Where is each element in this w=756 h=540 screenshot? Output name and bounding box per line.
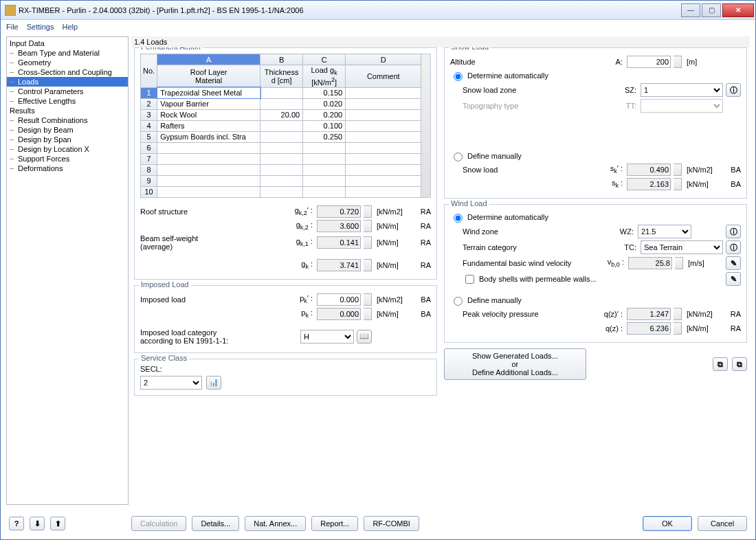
info-icon[interactable]: ⓘ — [726, 240, 741, 254]
row-number[interactable]: 10 — [141, 186, 157, 197]
row-number[interactable]: 7 — [141, 153, 157, 164]
cell-thickness[interactable] — [260, 153, 303, 164]
radio-wind-auto[interactable] — [454, 214, 463, 223]
cell-thickness[interactable] — [260, 87, 303, 98]
cell-load[interactable] — [303, 164, 346, 175]
row-number[interactable]: 5 — [141, 131, 157, 142]
cell-thickness[interactable] — [260, 175, 303, 186]
select-terrain[interactable]: Sea Terrain — [641, 240, 723, 254]
nav-design-beam[interactable]: Design by Beam — [7, 125, 128, 135]
cell-comment[interactable] — [346, 175, 421, 186]
cell-load[interactable]: 0.020 — [303, 98, 346, 109]
cell-load[interactable]: 0.200 — [303, 109, 346, 120]
cell-thickness[interactable] — [260, 164, 303, 175]
cell-thickness[interactable]: 20.00 — [260, 109, 303, 120]
cell-load[interactable] — [303, 186, 346, 197]
table-row[interactable]: 10 — [141, 186, 421, 197]
col-b[interactable]: B — [260, 54, 303, 65]
input-pkp[interactable] — [317, 293, 361, 306]
spinner[interactable] — [364, 293, 372, 306]
cell-comment[interactable] — [346, 120, 421, 131]
export-icon[interactable]: ⬆ — [50, 517, 65, 530]
nav-control-params[interactable]: Control Parameters — [7, 87, 128, 96]
cell-material[interactable]: Gypsum Boards incl. Stra — [157, 131, 260, 142]
generated-loads-button[interactable]: Show Generated Loads... or Define Additi… — [444, 348, 586, 380]
cell-load[interactable] — [303, 153, 346, 164]
table-scrollbar[interactable] — [421, 54, 431, 198]
cell-comment[interactable] — [346, 164, 421, 175]
cell-material[interactable] — [157, 175, 260, 186]
cell-comment[interactable] — [346, 87, 421, 98]
report-button[interactable]: Report... — [311, 516, 358, 531]
col-c[interactable]: C — [303, 54, 346, 65]
cell-load[interactable] — [303, 175, 346, 186]
cell-material[interactable] — [157, 164, 260, 175]
cell-load[interactable] — [303, 142, 346, 153]
select-wind-zone[interactable]: 21.5 — [638, 225, 691, 238]
menu-file[interactable]: File — [6, 23, 19, 31]
import-icon[interactable]: ⬇ — [30, 517, 45, 530]
nav-cross-section[interactable]: Cross-Section and Coupling — [7, 67, 128, 77]
info-icon[interactable]: ⓘ — [726, 83, 741, 97]
cell-thickness[interactable] — [260, 142, 303, 153]
row-number[interactable]: 2 — [141, 98, 157, 109]
table-row[interactable]: 8 — [141, 164, 421, 175]
select-imposed-category[interactable]: H — [300, 330, 354, 344]
nav-loads[interactable]: Loads — [7, 77, 128, 87]
menu-settings[interactable]: Settings — [27, 23, 54, 31]
table-row[interactable]: 3Rock Wool20.000.200 — [141, 109, 421, 120]
table-row[interactable]: 9 — [141, 175, 421, 186]
cell-comment[interactable] — [346, 131, 421, 142]
nav-beam-type[interactable]: Beam Type and Material — [7, 48, 128, 58]
select-snow-zone[interactable]: 1 — [641, 83, 723, 97]
table-row[interactable]: 6 — [141, 142, 421, 153]
map-icon[interactable]: 📊 — [206, 376, 221, 390]
close-button[interactable]: ✕ — [722, 3, 754, 17]
cell-thickness[interactable] — [260, 120, 303, 131]
radio-snow-auto[interactable] — [454, 72, 463, 81]
input-altitude[interactable] — [627, 56, 671, 68]
radio-wind-manual[interactable] — [454, 297, 463, 306]
row-number[interactable]: 4 — [141, 120, 157, 131]
col-d[interactable]: D — [346, 54, 421, 65]
cell-comment[interactable] — [346, 186, 421, 197]
info-icon[interactable]: ⓘ — [726, 225, 741, 238]
help-icon[interactable]: ? — [9, 517, 24, 530]
select-service-class[interactable]: 2 — [140, 376, 202, 390]
table-row[interactable]: 5Gypsum Boards incl. Stra0.250 — [141, 131, 421, 142]
book-icon[interactable]: 📖 — [357, 330, 372, 344]
copy-icon-2[interactable]: ⧉ — [732, 357, 747, 371]
cell-comment[interactable] — [346, 142, 421, 153]
table-row[interactable]: 4Rafters0.100 — [141, 120, 421, 131]
row-number[interactable]: 9 — [141, 175, 157, 186]
cell-material[interactable]: Vapour Barrier — [157, 98, 260, 109]
col-a[interactable]: A — [157, 54, 260, 65]
roof-layer-table[interactable]: No. A B C D Roof LayerMaterial Thickness… — [140, 54, 421, 198]
row-number[interactable]: 3 — [141, 109, 157, 120]
cell-load[interactable]: 0.250 — [303, 131, 346, 142]
table-row[interactable]: 1Trapezoidal Sheet Metal0.150 — [141, 87, 421, 98]
copy-icon[interactable]: ⧉ — [713, 357, 728, 371]
ok-button[interactable]: OK — [643, 516, 692, 531]
edit-icon[interactable]: ✎ — [726, 272, 741, 286]
minimize-button[interactable]: — — [681, 3, 700, 17]
nav-design-span[interactable]: Design by Span — [7, 135, 128, 144]
row-number[interactable]: 1 — [141, 87, 157, 98]
cell-thickness[interactable] — [260, 186, 303, 197]
edit-icon[interactable]: ✎ — [726, 256, 741, 270]
cell-material[interactable]: Trapezoidal Sheet Metal — [157, 87, 260, 98]
details-button[interactable]: Details... — [192, 516, 239, 531]
cell-load[interactable]: 0.100 — [303, 120, 346, 131]
rf-combi-button[interactable]: RF-COMBI — [364, 516, 419, 531]
cell-material[interactable] — [157, 153, 260, 164]
cell-material[interactable]: Rafters — [157, 120, 260, 131]
table-row[interactable]: 7 — [141, 153, 421, 164]
row-number[interactable]: 6 — [141, 142, 157, 153]
nav-deformations[interactable]: Deformations — [7, 164, 128, 173]
cell-material[interactable] — [157, 186, 260, 197]
menu-help[interactable]: Help — [62, 23, 78, 31]
row-number[interactable]: 8 — [141, 164, 157, 175]
nav-eff-lengths[interactable]: Effective Lengths — [7, 96, 128, 106]
table-row[interactable]: 2Vapour Barrier0.020 — [141, 98, 421, 109]
cell-comment[interactable] — [346, 153, 421, 164]
